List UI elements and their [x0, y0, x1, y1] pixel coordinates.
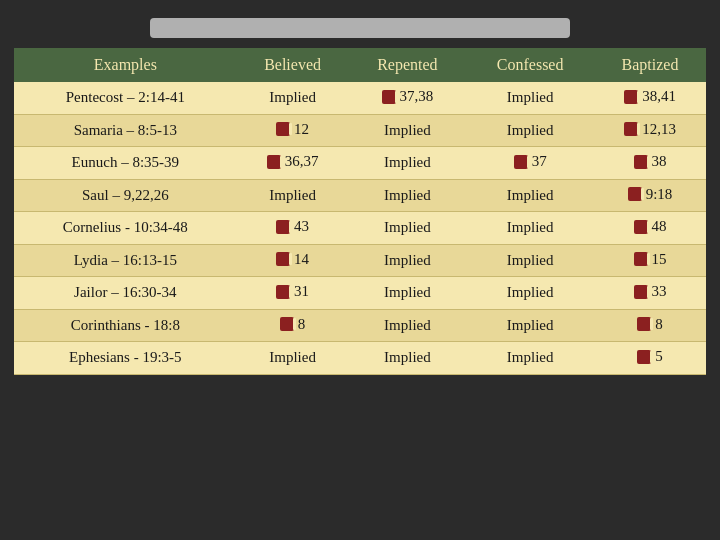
data-cell: 31	[237, 277, 349, 310]
data-cell: 43	[237, 212, 349, 245]
data-cell: 33	[594, 277, 706, 310]
book-reference: 31	[276, 283, 309, 300]
book-reference: 12,13	[624, 121, 676, 138]
example-cell: Lydia – 16:13-15	[14, 244, 237, 277]
data-cell: Implied	[466, 342, 594, 375]
reference-text: 14	[294, 251, 309, 268]
book-icon	[637, 317, 651, 331]
data-cell: Implied	[466, 244, 594, 277]
reference-text: 8	[298, 316, 306, 333]
book-icon	[634, 252, 648, 266]
book-reference: 38,41	[624, 88, 676, 105]
reference-text: 38,41	[642, 88, 676, 105]
data-cell: 14	[237, 244, 349, 277]
book-reference: 37,38	[382, 88, 434, 105]
example-cell: Corinthians - 18:8	[14, 309, 237, 342]
book-reference: 15	[634, 251, 667, 268]
table-row: Jailor – 16:30-3431ImpliedImplied33	[14, 277, 706, 310]
data-cell: 12	[237, 114, 349, 147]
example-cell: Samaria – 8:5-13	[14, 114, 237, 147]
book-icon	[382, 90, 396, 104]
book-icon	[276, 122, 290, 136]
reference-text: 37	[532, 153, 547, 170]
table-row: Samaria – 8:5-1312ImpliedImplied12,13	[14, 114, 706, 147]
table-container: Examples Believed Repented Confessed Bap…	[14, 48, 706, 375]
data-cell: Implied	[466, 277, 594, 310]
data-cell: Implied	[466, 114, 594, 147]
book-icon	[634, 155, 648, 169]
book-reference: 9:18	[628, 186, 673, 203]
data-cell: 5	[594, 342, 706, 375]
table-row: Eunuch – 8:35-3936,37Implied3738	[14, 147, 706, 180]
title-area	[150, 18, 570, 38]
data-cell: Implied	[349, 179, 467, 212]
data-cell: Implied	[237, 179, 349, 212]
book-reference: 48	[634, 218, 667, 235]
reference-text: 43	[294, 218, 309, 235]
book-icon	[624, 122, 638, 136]
book-icon	[276, 220, 290, 234]
data-cell: 37	[466, 147, 594, 180]
data-cell: Implied	[237, 342, 349, 375]
data-cell: Implied	[237, 82, 349, 114]
data-cell: Implied	[349, 277, 467, 310]
book-icon	[628, 187, 642, 201]
data-cell: 36,37	[237, 147, 349, 180]
book-reference: 5	[637, 348, 663, 365]
book-icon	[276, 285, 290, 299]
book-icon	[267, 155, 281, 169]
table-row: Corinthians - 18:88ImpliedImplied8	[14, 309, 706, 342]
col-header-examples: Examples	[14, 48, 237, 82]
data-cell: Implied	[466, 179, 594, 212]
example-cell: Saul – 9,22,26	[14, 179, 237, 212]
reference-text: 37,38	[400, 88, 434, 105]
table-row: Lydia – 16:13-1514ImpliedImplied15	[14, 244, 706, 277]
reference-text: 12	[294, 121, 309, 138]
col-header-confessed: Confessed	[466, 48, 594, 82]
table-header-row: Examples Believed Repented Confessed Bap…	[14, 48, 706, 82]
data-cell: Implied	[466, 309, 594, 342]
data-cell: 8	[594, 309, 706, 342]
data-cell: 12,13	[594, 114, 706, 147]
table-row: Cornelius - 10:34-4843ImpliedImplied48	[14, 212, 706, 245]
reference-text: 38	[652, 153, 667, 170]
reference-text: 33	[652, 283, 667, 300]
data-cell: Implied	[349, 244, 467, 277]
example-cell: Jailor – 16:30-34	[14, 277, 237, 310]
book-reference: 8	[637, 316, 663, 333]
book-icon	[280, 317, 294, 331]
data-cell: 9:18	[594, 179, 706, 212]
data-cell: 8	[237, 309, 349, 342]
data-cell: Implied	[349, 212, 467, 245]
reference-text: 15	[652, 251, 667, 268]
data-cell: 37,38	[349, 82, 467, 114]
table-row: Pentecost – 2:14-41Implied37,38Implied38…	[14, 82, 706, 114]
data-cell: Implied	[349, 147, 467, 180]
data-cell: Implied	[349, 114, 467, 147]
example-cell: Eunuch – 8:35-39	[14, 147, 237, 180]
book-icon	[634, 285, 648, 299]
data-cell: Implied	[466, 82, 594, 114]
conversions-table: Examples Believed Repented Confessed Bap…	[14, 48, 706, 375]
book-reference: 12	[276, 121, 309, 138]
data-cell: 15	[594, 244, 706, 277]
col-header-repented: Repented	[349, 48, 467, 82]
data-cell: Implied	[466, 212, 594, 245]
data-cell: Implied	[349, 309, 467, 342]
book-icon	[624, 90, 638, 104]
col-header-baptized: Baptized	[594, 48, 706, 82]
data-cell: 38	[594, 147, 706, 180]
reference-text: 31	[294, 283, 309, 300]
book-reference: 36,37	[267, 153, 319, 170]
book-reference: 8	[280, 316, 306, 333]
example-cell: Ephesians - 19:3-5	[14, 342, 237, 375]
reference-text: 12,13	[642, 121, 676, 138]
reference-text: 8	[655, 316, 663, 333]
book-reference: 38	[634, 153, 667, 170]
reference-text: 36,37	[285, 153, 319, 170]
data-cell: 48	[594, 212, 706, 245]
example-cell: Cornelius - 10:34-48	[14, 212, 237, 245]
col-header-believed: Believed	[237, 48, 349, 82]
book-icon	[634, 220, 648, 234]
example-cell: Pentecost – 2:14-41	[14, 82, 237, 114]
